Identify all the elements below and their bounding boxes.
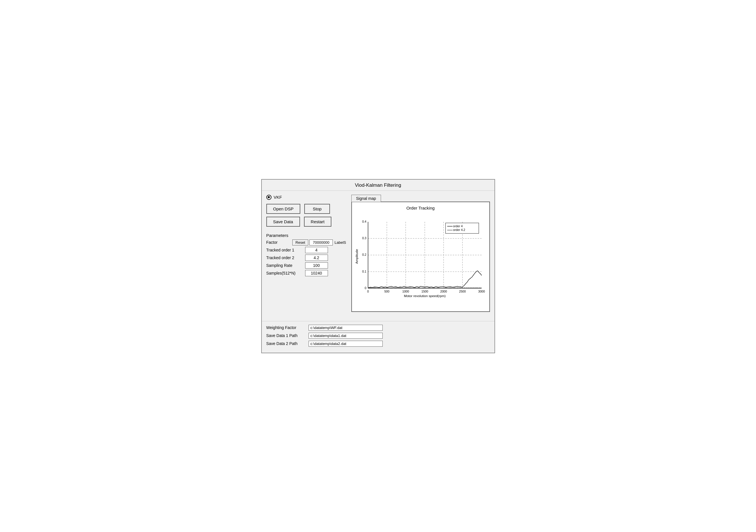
sampling-rate-row: Sampling Rate: [266, 262, 346, 269]
title-text: Viod-Kalman Filtering: [355, 182, 401, 188]
reset-button[interactable]: Reset: [292, 239, 308, 246]
weighting-factor-row: Weighting Factor: [266, 325, 490, 331]
parameters-section: Parameters Factor Reset LabelS Tracked o…: [266, 233, 346, 278]
open-dsp-button[interactable]: Open DSP: [266, 204, 301, 214]
svg-text:0.4: 0.4: [362, 220, 366, 223]
save-data-button[interactable]: Save Data: [266, 217, 300, 226]
svg-text:0.1: 0.1: [362, 269, 366, 273]
svg-text:0: 0: [367, 289, 369, 293]
svg-text:3000: 3000: [478, 289, 485, 293]
factor-input[interactable]: [310, 239, 333, 246]
params-title: Parameters: [266, 233, 346, 238]
content-area: VKF Open DSP Stop Save Data Restart Para…: [262, 191, 495, 316]
samples-input[interactable]: [305, 270, 328, 276]
chart-svg: 0 0.1 0.2 0.3 0.4 0 500 1000 1500 2000 2…: [354, 212, 487, 309]
tracked-order1-row: Tracked order 1: [266, 247, 346, 253]
svg-text:0.3: 0.3: [362, 236, 366, 240]
signal-map-tab[interactable]: Signal map: [351, 195, 381, 202]
tracked-order1-label: Tracked order 1: [266, 248, 304, 252]
window-title: Viod-Kalman Filtering: [262, 180, 495, 191]
svg-text:500: 500: [384, 289, 389, 293]
tracked-order1-input[interactable]: [305, 247, 328, 253]
factor-row: Factor Reset LabelS: [266, 239, 346, 246]
second-button-row: Save Data Restart: [266, 217, 346, 226]
svg-text:0: 0: [364, 286, 366, 289]
save-data1-row: Save Data 1 Path: [266, 333, 490, 339]
save-data1-input[interactable]: [309, 333, 383, 339]
svg-text:0.2: 0.2: [362, 253, 366, 256]
radio-dot: [268, 196, 270, 198]
save-data2-label: Save Data 2 Path: [266, 341, 306, 346]
save-data2-input[interactable]: [309, 341, 383, 347]
svg-text:order 4: order 4: [453, 224, 463, 227]
tracked-order2-row: Tracked order 2: [266, 254, 346, 261]
top-button-row: Open DSP Stop: [266, 204, 346, 214]
svg-text:1000: 1000: [402, 289, 409, 293]
right-panel: Signal map Order Tracking: [351, 195, 490, 312]
save-data2-row: Save Data 2 Path: [266, 341, 490, 347]
factor-label: Factor: [266, 240, 291, 245]
svg-text:Amplitude: Amplitude: [355, 249, 358, 264]
tracked-order2-input[interactable]: [305, 254, 328, 261]
vkf-label: VKF: [274, 195, 282, 200]
chart-title: Order Tracking: [354, 205, 487, 210]
svg-text:Motor revolution speed(rpm): Motor revolution speed(rpm): [404, 294, 446, 298]
samples-label: Samples(512*N): [266, 271, 304, 276]
svg-text:order 4.2: order 4.2: [453, 228, 465, 231]
radio-icon[interactable]: [266, 195, 272, 200]
main-window: Viod-Kalman Filtering VKF Open DSP Stop …: [261, 179, 495, 353]
svg-text:1500: 1500: [421, 289, 428, 293]
save-data1-label: Save Data 1 Path: [266, 333, 306, 338]
sampling-rate-label: Sampling Rate: [266, 263, 304, 268]
weighting-factor-input[interactable]: [309, 325, 383, 331]
chart-area: 0 0.1 0.2 0.3 0.4 0 500 1000 1500 2000 2…: [354, 212, 487, 309]
left-panel: VKF Open DSP Stop Save Data Restart Para…: [266, 195, 346, 312]
factor-suffix: LabelS: [335, 240, 346, 245]
svg-text:2500: 2500: [459, 289, 466, 293]
restart-button[interactable]: Restart: [304, 217, 331, 226]
tab-bar: Signal map: [351, 195, 490, 202]
weighting-factor-label: Weighting Factor: [266, 325, 306, 330]
svg-text:2000: 2000: [440, 289, 447, 293]
vkf-row: VKF: [266, 195, 346, 200]
samples-row: Samples(512*N): [266, 270, 346, 276]
sampling-rate-input[interactable]: [305, 262, 328, 269]
chart-container: Order Tracking: [351, 201, 490, 312]
bottom-section: Weighting Factor Save Data 1 Path Save D…: [262, 321, 495, 353]
stop-button[interactable]: Stop: [304, 204, 330, 214]
tracked-order2-label: Tracked order 2: [266, 255, 304, 260]
